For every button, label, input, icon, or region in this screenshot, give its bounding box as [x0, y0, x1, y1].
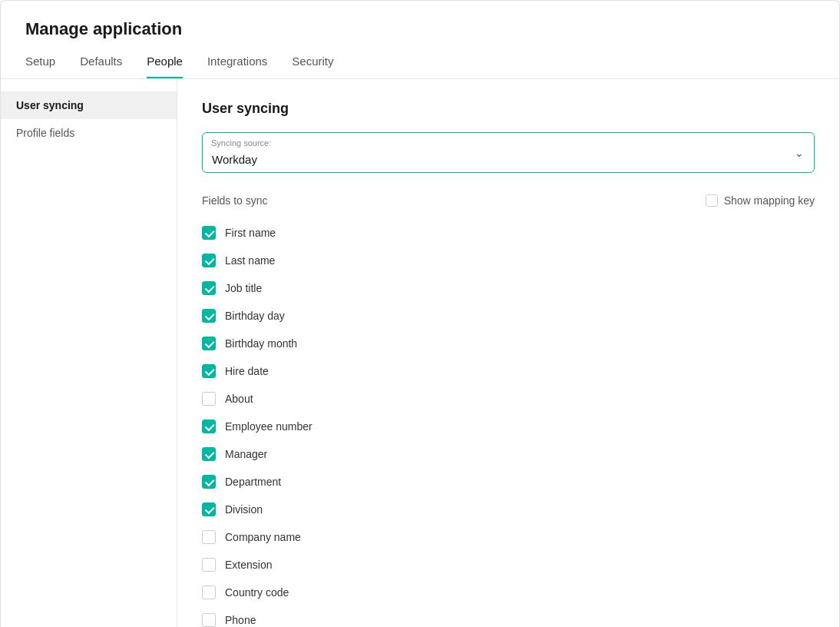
- fields-header: Fields to sync Show mapping key: [202, 194, 815, 207]
- page-header: Manage application SetupDefaultsPeopleIn…: [1, 1, 839, 79]
- field-label-last-name: Last name: [225, 254, 275, 267]
- field-item-employee-number: Employee number: [202, 413, 815, 440]
- field-label-birthday-month: Birthday month: [225, 337, 297, 350]
- field-checkbox-hire-date[interactable]: [202, 364, 216, 378]
- sidebar-item-profile-fields[interactable]: Profile fields: [1, 119, 177, 147]
- syncing-source-select[interactable]: Workday: [202, 132, 815, 173]
- tab-setup[interactable]: Setup: [25, 55, 55, 78]
- field-label-about: About: [225, 393, 253, 405]
- field-label-job-title: Job title: [225, 282, 262, 294]
- field-label-first-name: First name: [225, 227, 276, 239]
- field-checkbox-birthday-month[interactable]: [202, 337, 216, 350]
- section-title: User syncing: [202, 101, 815, 117]
- field-item-division: Division: [202, 496, 815, 523]
- field-item-country-code: Country code: [202, 579, 815, 606]
- field-checkbox-manager[interactable]: [202, 447, 216, 461]
- field-item-department: Department: [202, 468, 815, 496]
- field-item-first-name: First name: [202, 219, 815, 247]
- field-label-company-name: Company name: [225, 531, 301, 543]
- field-checkbox-country-code[interactable]: [202, 586, 216, 599]
- syncing-source-wrapper: Syncing source: Workday ⌄: [202, 132, 815, 173]
- field-checkbox-about[interactable]: [202, 392, 216, 406]
- sidebar: User syncingProfile fields: [1, 79, 177, 627]
- field-label-country-code: Country code: [225, 586, 289, 599]
- field-checkbox-extension[interactable]: [202, 558, 216, 572]
- show-mapping-wrapper: Show mapping key: [706, 194, 815, 207]
- content-area: User syncingProfile fields User syncing …: [1, 79, 839, 627]
- field-item-extension: Extension: [202, 551, 815, 579]
- tab-people[interactable]: People: [147, 55, 183, 78]
- field-label-hire-date: Hire date: [225, 365, 269, 377]
- tab-integrations[interactable]: Integrations: [207, 55, 267, 78]
- sidebar-item-user-syncing[interactable]: User syncing: [1, 91, 177, 119]
- tab-security[interactable]: Security: [292, 55, 333, 78]
- app-container: Manage application SetupDefaultsPeopleIn…: [0, 0, 840, 627]
- field-list: First nameLast nameJob titleBirthday day…: [202, 219, 815, 627]
- field-label-division: Division: [225, 503, 263, 516]
- field-item-birthday-day: Birthday day: [202, 302, 815, 330]
- field-item-phone: Phone: [202, 606, 815, 627]
- field-checkbox-job-title[interactable]: [202, 281, 216, 295]
- field-checkbox-phone[interactable]: [202, 613, 216, 627]
- fields-to-sync-label: Fields to sync: [202, 194, 268, 207]
- field-label-employee-number: Employee number: [225, 420, 313, 433]
- field-item-company-name: Company name: [202, 523, 815, 551]
- field-checkbox-last-name[interactable]: [202, 254, 216, 267]
- field-checkbox-first-name[interactable]: [202, 226, 216, 240]
- tab-defaults[interactable]: Defaults: [80, 55, 122, 78]
- field-label-phone: Phone: [225, 614, 256, 626]
- field-label-manager: Manager: [225, 448, 267, 460]
- field-label-extension: Extension: [225, 559, 272, 571]
- field-checkbox-employee-number[interactable]: [202, 420, 216, 433]
- field-item-last-name: Last name: [202, 247, 815, 274]
- field-checkbox-department[interactable]: [202, 475, 216, 489]
- field-checkbox-company-name[interactable]: [202, 530, 216, 544]
- nav-tabs: SetupDefaultsPeopleIntegrationsSecurity: [25, 55, 815, 78]
- field-item-job-title: Job title: [202, 274, 815, 302]
- field-checkbox-division[interactable]: [202, 503, 216, 516]
- field-label-birthday-day: Birthday day: [225, 310, 285, 322]
- show-mapping-checkbox[interactable]: [706, 194, 718, 207]
- field-item-about: About: [202, 385, 815, 413]
- page-title: Manage application: [25, 19, 815, 39]
- field-item-birthday-month: Birthday month: [202, 330, 815, 357]
- main-content: User syncing Syncing source: Workday ⌄ F…: [177, 79, 839, 627]
- field-checkbox-birthday-day[interactable]: [202, 309, 216, 323]
- field-item-hire-date: Hire date: [202, 357, 815, 385]
- field-label-department: Department: [225, 476, 281, 488]
- show-mapping-label: Show mapping key: [724, 194, 815, 207]
- field-item-manager: Manager: [202, 440, 815, 468]
